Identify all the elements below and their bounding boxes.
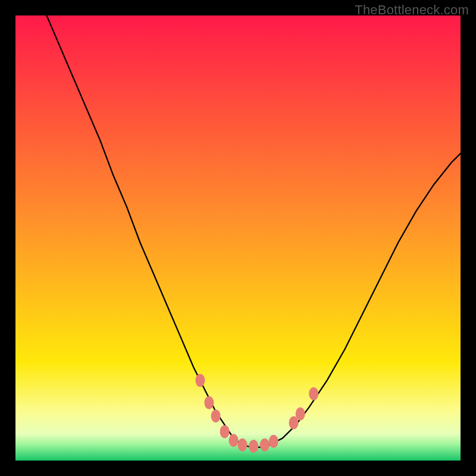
curve-marker (204, 396, 214, 409)
curve-marker (220, 425, 230, 438)
curve-marker (195, 374, 205, 387)
curve-marker (229, 434, 239, 447)
curve-marker (237, 439, 247, 452)
bottleneck-curve-plot (15, 15, 461, 461)
curve-marker (309, 387, 318, 400)
watermark-text: TheBottleneck.com (355, 2, 469, 18)
chart-frame: TheBottleneck.com (0, 0, 476, 476)
curve-marker (249, 440, 258, 453)
curve-marker (269, 435, 278, 448)
curve-marker (211, 409, 221, 422)
gradient-background (15, 15, 461, 461)
curve-marker (260, 439, 270, 452)
curve-marker (296, 407, 305, 420)
